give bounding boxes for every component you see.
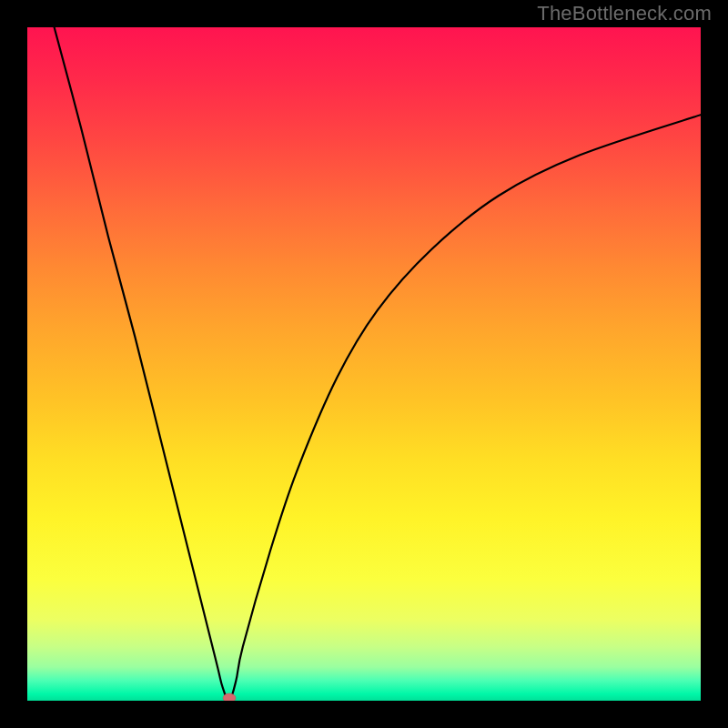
chart-plot-area <box>27 27 701 701</box>
chart-svg <box>27 27 701 701</box>
watermark-text: TheBottleneck.com <box>537 2 712 25</box>
optimal-point-marker <box>223 693 236 701</box>
bottleneck-curve <box>55 27 701 701</box>
